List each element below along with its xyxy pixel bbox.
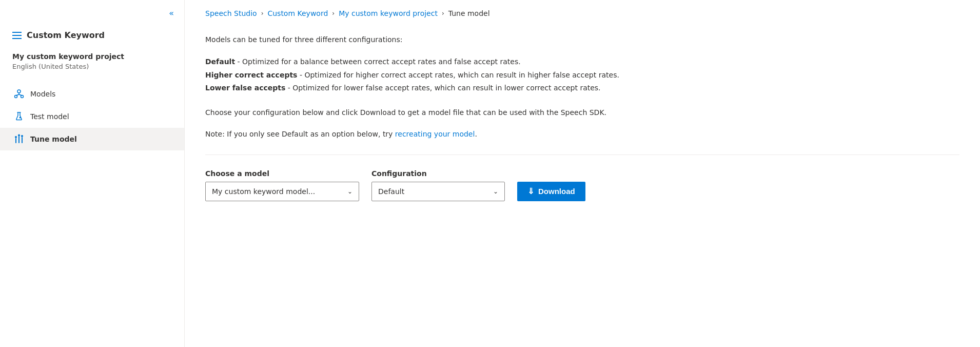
breadcrumb-speech-studio[interactable]: Speech Studio — [205, 9, 257, 17]
model-select-value: My custom keyword model... — [212, 187, 315, 196]
project-section: My custom keyword project English (Unite… — [0, 52, 184, 79]
download-arrow-icon: ⇓ — [527, 186, 534, 196]
svg-point-10 — [15, 136, 17, 138]
sidebar-header: Custom Keyword — [0, 22, 184, 52]
config-select[interactable]: Default ⌄ — [371, 182, 505, 201]
breadcrumb-sep-2: › — [332, 10, 335, 17]
sidebar-item-tune-model[interactable]: Tune model — [0, 128, 184, 150]
sidebar-item-test-model[interactable]: Test model — [0, 105, 184, 128]
project-language: English (United States) — [12, 63, 172, 70]
config-lower-desc: - Optimized for lower false accept rates… — [285, 84, 600, 92]
sidebar-item-tune-model-label: Tune model — [30, 135, 77, 143]
tune-model-icon — [14, 134, 24, 144]
sidebar-item-test-model-label: Test model — [30, 112, 69, 121]
config-select-chevron: ⌄ — [493, 188, 498, 195]
svg-rect-8 — [18, 136, 19, 143]
intro-text: Models can be tuned for three different … — [205, 34, 959, 45]
model-select[interactable]: My custom keyword model... ⌄ — [205, 182, 359, 201]
content-body: Models can be tuned for three different … — [205, 30, 959, 201]
svg-point-1 — [15, 95, 17, 98]
config-list: Default - Optimized for a balance betwee… — [205, 55, 959, 94]
config-default-desc: - Optimized for a balance between correc… — [235, 57, 521, 66]
project-name: My custom keyword project — [12, 52, 172, 61]
download-form: Choose a model My custom keyword model..… — [205, 169, 959, 201]
test-model-icon — [14, 111, 24, 122]
breadcrumb: Speech Studio › Custom Keyword › My cust… — [205, 0, 959, 30]
config-default: Default - Optimized for a balance betwee… — [205, 55, 959, 68]
divider — [205, 155, 959, 155]
config-lower-name: Lower false accepts — [205, 84, 285, 92]
svg-rect-7 — [15, 138, 16, 143]
note-prefix: Note: If you only see Default as an opti… — [205, 130, 395, 138]
breadcrumb-custom-keyword[interactable]: Custom Keyword — [267, 9, 328, 17]
note-text: Note: If you only see Default as an opti… — [205, 128, 959, 140]
note-suffix: . — [475, 130, 477, 138]
sidebar-item-models[interactable]: Models — [0, 83, 184, 105]
collapse-button-area: « — [0, 0, 184, 22]
svg-rect-9 — [22, 137, 23, 143]
breadcrumb-tune-model: Tune model — [448, 9, 490, 17]
config-field: Configuration Default ⌄ — [371, 169, 505, 201]
note-link[interactable]: recreating your model — [395, 130, 475, 138]
svg-point-0 — [17, 90, 21, 93]
instruction-text: Choose your configuration below and clic… — [205, 107, 959, 118]
svg-point-6 — [19, 117, 21, 119]
model-field: Choose a model My custom keyword model..… — [205, 169, 359, 201]
svg-line-5 — [19, 94, 22, 95]
download-button[interactable]: ⇓ Download — [517, 182, 585, 201]
svg-point-2 — [21, 95, 24, 98]
hamburger-icon — [12, 32, 22, 39]
sidebar-nav: Models Test model — [0, 83, 184, 150]
config-higher: Higher correct accepts - Optimized for h… — [205, 69, 959, 82]
breadcrumb-sep-1: › — [261, 10, 264, 17]
sidebar: « Custom Keyword My custom keyword proje… — [0, 0, 185, 347]
config-select-value: Default — [378, 187, 404, 196]
breadcrumb-sep-3: › — [442, 10, 444, 17]
download-button-label: Download — [538, 187, 575, 196]
sidebar-item-models-label: Models — [30, 90, 55, 98]
svg-line-4 — [16, 94, 19, 95]
model-label: Choose a model — [205, 169, 359, 178]
config-default-name: Default — [205, 57, 235, 66]
svg-point-11 — [18, 134, 20, 137]
sidebar-title: Custom Keyword — [27, 30, 105, 40]
main-content: Speech Studio › Custom Keyword › My cust… — [185, 0, 980, 347]
config-label: Configuration — [371, 169, 505, 178]
collapse-icon[interactable]: « — [169, 8, 174, 18]
config-higher-name: Higher correct accepts — [205, 71, 297, 79]
breadcrumb-project[interactable]: My custom keyword project — [339, 9, 438, 17]
config-higher-desc: - Optimized for higher correct accept ra… — [297, 71, 619, 79]
model-select-chevron: ⌄ — [347, 188, 352, 195]
svg-point-12 — [21, 135, 23, 137]
config-lower: Lower false accepts - Optimized for lowe… — [205, 82, 959, 94]
models-icon — [14, 89, 24, 99]
